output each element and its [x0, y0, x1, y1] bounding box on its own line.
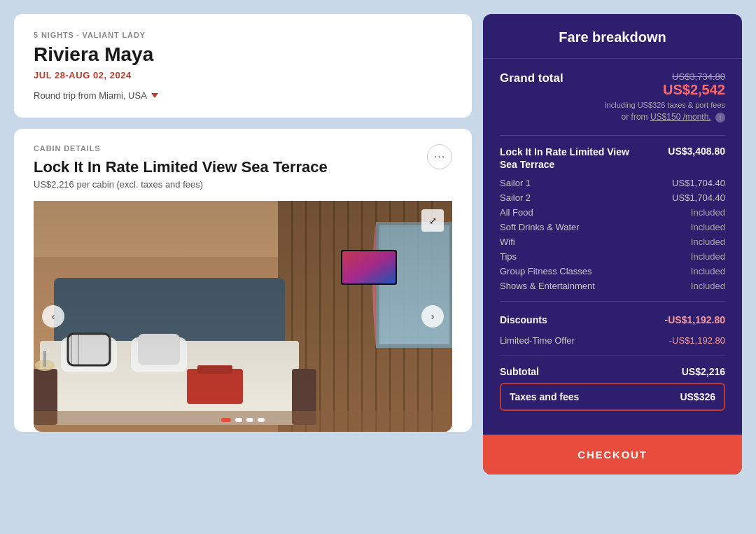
cabin-label: CABIN DETAILS — [34, 144, 328, 153]
sailor-2-row: Sailor 2 US$1,704.40 — [500, 192, 725, 203]
monthly-price-link[interactable]: US$150 /month. — [650, 112, 711, 122]
tips-label: Tips — [500, 251, 517, 262]
next-image-button[interactable]: › — [421, 305, 444, 328]
subtotal-value: US$2,216 — [682, 366, 725, 377]
grand-total-row: Grand total US$3,734.80 US$2,542 — [500, 71, 725, 98]
shows-row: Shows & Entertainment Included — [500, 281, 725, 291]
monthly-note: or from US$150 /month. i — [500, 112, 725, 122]
discounts-header-row: Discounts -US$1,192.80 — [500, 311, 725, 331]
cabin-image-container: ⤢ ‹ › — [34, 201, 452, 432]
prev-image-button[interactable]: ‹ — [42, 305, 64, 328]
cabin-card: CABIN DETAILS Lock It In Rate Limited Vi… — [14, 129, 472, 432]
limited-time-value: -US$1,192.80 — [669, 335, 725, 346]
all-food-value: Included — [691, 207, 725, 218]
dot-3[interactable] — [246, 418, 253, 422]
expand-icon: ⤢ — [429, 216, 437, 226]
trip-info-card: 5 NIGHTS · VALIANT LADY Riviera Maya JUL… — [14, 14, 472, 118]
discounts-label: Discounts — [500, 314, 547, 325]
grand-total-prices: US$3,734.80 US$2,542 — [663, 71, 725, 98]
cabin-section-price: US$3,408.80 — [668, 146, 725, 157]
shows-label: Shows & Entertainment — [500, 281, 595, 291]
soft-drinks-label: Soft Drinks & Water — [500, 222, 580, 232]
trip-route: Round trip from Miami, USA — [34, 90, 452, 101]
cabin-title: Lock It In Rate Limited View Sea Terrace — [34, 158, 328, 176]
more-options-button[interactable]: ··· — [427, 144, 452, 169]
tips-value: Included — [691, 251, 725, 262]
soft-drinks-value: Included — [691, 222, 725, 232]
dot-2[interactable] — [235, 418, 242, 422]
group-fitness-row: Group Fitness Classes Included — [500, 266, 725, 276]
taxes-fees-label: Taxes and fees — [510, 391, 579, 402]
info-icon[interactable]: i — [715, 113, 725, 122]
cabin-price: US$2,216 per cabin (excl. taxes and fees… — [34, 179, 328, 190]
sailor-2-label: Sailor 2 — [500, 192, 531, 203]
image-dots — [221, 418, 265, 422]
divider-1 — [500, 135, 725, 136]
taxes-note: including US$326 taxes & port fees — [500, 101, 725, 109]
grand-total-label: Grand total — [500, 71, 564, 85]
expand-button[interactable]: ⤢ — [421, 209, 444, 232]
next-arrow-icon: › — [431, 311, 435, 322]
cabin-section-name: Lock It In Rate Limited View Sea Terrace — [500, 146, 640, 171]
sailor-1-value: US$1,704.40 — [672, 178, 725, 188]
sailor-1-label: Sailor 1 — [500, 178, 531, 188]
cabin-section-row: Lock It In Rate Limited View Sea Terrace… — [500, 146, 725, 171]
trip-dates: JUL 28-AUG 02, 2024 — [34, 70, 452, 80]
trip-subtitle: 5 NIGHTS · VALIANT LADY — [34, 31, 452, 39]
wifi-label: Wifi — [500, 237, 515, 247]
limited-time-label: Limited-Time Offer — [500, 335, 575, 346]
trip-route-text: Round trip from Miami, USA — [34, 90, 147, 101]
fare-breakdown-header: Fare breakdown — [483, 14, 742, 59]
wifi-row: Wifi Included — [500, 237, 725, 247]
shows-value: Included — [691, 281, 725, 291]
dot-4[interactable] — [258, 418, 265, 422]
group-fitness-value: Included — [691, 266, 725, 276]
divider-3 — [500, 356, 725, 356]
original-price: US$3,734.80 — [672, 71, 725, 82]
prev-arrow-icon: ‹ — [52, 311, 55, 322]
current-price: US$2,542 — [663, 82, 725, 98]
fare-breakdown-body: Grand total US$3,734.80 US$2,542 includi… — [483, 59, 742, 423]
cabin-info: CABIN DETAILS Lock It In Rate Limited Vi… — [34, 144, 328, 201]
sailor-2-value: US$1,704.40 — [672, 192, 725, 203]
wifi-value: Included — [691, 237, 725, 247]
subtotal-label: Subtotal — [500, 366, 539, 377]
trip-title: Riviera Maya — [34, 43, 452, 66]
dot-1[interactable] — [221, 418, 231, 422]
cabin-room-image — [34, 201, 452, 432]
subtotal-row: Subtotal US$2,216 — [500, 366, 725, 377]
chevron-down-icon[interactable] — [151, 93, 158, 98]
left-panel: 5 NIGHTS · VALIANT LADY Riviera Maya JUL… — [14, 14, 472, 432]
checkout-button[interactable]: CHECKOUT — [483, 435, 742, 475]
taxes-fees-value: US$326 — [680, 391, 715, 402]
group-fitness-label: Group Fitness Classes — [500, 266, 592, 276]
taxes-fees-row: Taxes and fees US$326 — [500, 383, 725, 411]
discounts-value: -US$1,192.80 — [665, 314, 725, 325]
limited-time-row: Limited-Time Offer -US$1,192.80 — [500, 335, 725, 346]
sailor-1-row: Sailor 1 US$1,704.40 — [500, 178, 725, 188]
svg-rect-35 — [34, 201, 452, 432]
divider-2 — [500, 301, 725, 302]
soft-drinks-row: Soft Drinks & Water Included — [500, 222, 725, 232]
cabin-header-row: CABIN DETAILS Lock It In Rate Limited Vi… — [34, 144, 452, 201]
monthly-note-text: or from — [622, 112, 648, 122]
fare-breakdown-panel: Fare breakdown Grand total US$3,734.80 U… — [483, 14, 742, 475]
all-food-row: All Food Included — [500, 207, 725, 218]
all-food-label: All Food — [500, 207, 533, 218]
tips-row: Tips Included — [500, 251, 725, 262]
